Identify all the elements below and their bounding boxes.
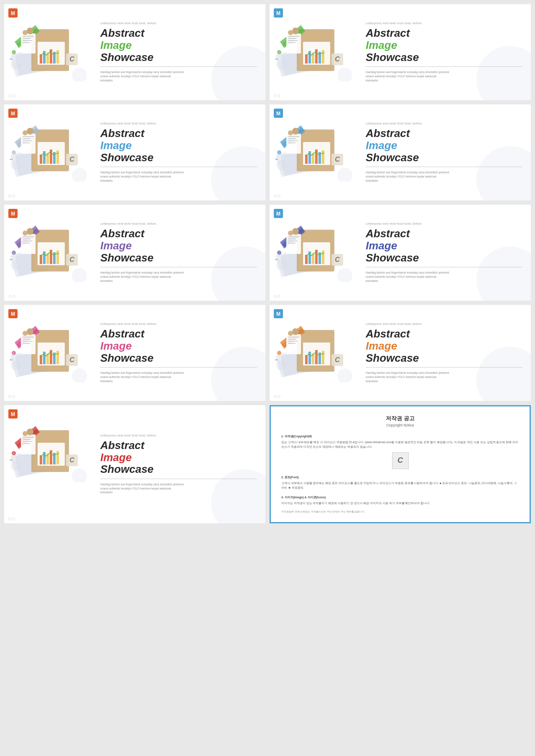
svg-text:M: M <box>11 411 15 417</box>
svg-point-144 <box>11 260 21 270</box>
svg-rect-229 <box>288 343 296 344</box>
svg-rect-10 <box>43 51 46 63</box>
svg-text:C: C <box>69 256 74 263</box>
slide-body-3: Hashtag fashion axe fingerstache everyda… <box>100 170 184 183</box>
slide-8: M <box>270 305 531 401</box>
slide-title-image-7: Image <box>100 340 257 352</box>
copyright-section3-title: 3. 이미지(Image) & 아이콘(Icons) <box>281 495 519 500</box>
slide-body-8: Hashtag fashion axe fingerstache everyda… <box>366 371 449 383</box>
slide-footer-text: ◯ ◯ <box>8 194 15 197</box>
slide-title-showcase-2: Showcase <box>366 51 522 63</box>
svg-rect-167 <box>288 238 296 239</box>
svg-text:M: M <box>11 311 15 317</box>
slide-eyebrow-9: Letterpress next level trust fund, befor… <box>100 434 257 437</box>
svg-rect-134 <box>56 251 59 264</box>
slide-eyebrow-2: Letterpress next level trust fund, befor… <box>366 22 522 25</box>
slide-footer-text: ◯ ◯ <box>8 395 15 398</box>
slide-divider-3 <box>100 167 257 167</box>
svg-text:i: i <box>13 452 14 455</box>
slide-footer-1: ◯ ◯ <box>8 94 15 97</box>
svg-point-174 <box>276 260 286 270</box>
slide-image-area-2: C i <box>274 17 357 92</box>
svg-text:C: C <box>335 56 340 63</box>
slide-title-abstract-2: Abstract <box>366 27 522 39</box>
slide-eyebrow-7: Letterpress next level trust fund, befor… <box>100 322 257 325</box>
svg-marker-89 <box>10 158 11 160</box>
svg-text:M: M <box>276 10 280 16</box>
svg-text:M: M <box>11 211 15 217</box>
svg-rect-196 <box>23 337 34 337</box>
svg-rect-12 <box>50 49 52 63</box>
svg-rect-109 <box>288 142 296 143</box>
svg-marker-119 <box>275 158 277 160</box>
svg-rect-44 <box>322 50 324 63</box>
svg-point-261 <box>27 429 33 435</box>
slide-footer-text: ◯ ◯ <box>8 517 15 520</box>
svg-rect-102 <box>315 150 318 164</box>
svg-point-115 <box>337 168 352 182</box>
svg-rect-40 <box>308 51 311 63</box>
svg-point-54 <box>276 60 286 70</box>
slide-title-abstract-8: Abstract <box>366 328 522 340</box>
slide-footer-7: ◯ ◯ <box>8 395 15 398</box>
slide-footer-text: ◯ ◯ <box>274 395 280 398</box>
slide-content-4: Letterpress next level trust fund, befor… <box>357 113 522 192</box>
svg-rect-106 <box>288 136 299 137</box>
svg-rect-199 <box>23 343 30 344</box>
slide-title-abstract-3: Abstract <box>100 127 257 140</box>
svg-point-51 <box>292 28 299 34</box>
slide-image-area-7: C i <box>8 317 92 393</box>
svg-rect-100 <box>308 151 311 164</box>
svg-rect-168 <box>288 241 298 241</box>
slide-title-showcase-3: Showcase <box>100 152 257 164</box>
svg-rect-139 <box>23 243 30 244</box>
svg-point-265 <box>72 469 87 482</box>
svg-rect-197 <box>23 339 31 340</box>
svg-rect-47 <box>288 38 296 39</box>
slide-grid: M <box>4 4 531 523</box>
svg-rect-160 <box>308 251 311 264</box>
slide-divider-6 <box>366 267 522 267</box>
svg-marker-269 <box>10 459 11 461</box>
svg-rect-130 <box>43 251 46 264</box>
svg-text:M: M <box>276 211 280 217</box>
svg-rect-226 <box>288 337 299 337</box>
svg-rect-254 <box>56 451 59 464</box>
svg-rect-256 <box>23 437 34 438</box>
svg-rect-252 <box>50 450 52 464</box>
slide-body-5: Hashtag fashion axe fingerstache everyda… <box>100 271 184 283</box>
svg-rect-72 <box>50 150 52 164</box>
svg-rect-257 <box>23 439 31 440</box>
slide-logo-4: M <box>274 109 283 118</box>
svg-rect-259 <box>23 443 30 444</box>
slide-title-image-6: Image <box>366 240 522 252</box>
slide-title-showcase-8: Showcase <box>366 352 522 364</box>
slide-title-image-5: Image <box>100 240 257 252</box>
slide-footer-text: ◯ ◯ <box>8 94 15 97</box>
slide-title-image-3: Image <box>100 140 257 152</box>
slide-divider-2 <box>366 66 522 67</box>
slide-eyebrow-3: Letterpress next level trust fund, befor… <box>100 122 257 125</box>
slide-image-area-6: C i <box>274 217 357 292</box>
svg-text:i: i <box>279 252 279 254</box>
svg-rect-46 <box>288 36 299 37</box>
slide-body-9: Hashtag fashion axe fingerstache everyda… <box>100 482 184 495</box>
slide-title-image-4: Image <box>366 140 522 152</box>
svg-rect-228 <box>288 341 298 342</box>
copyright-logo-box: C <box>392 452 409 469</box>
svg-rect-164 <box>322 251 324 264</box>
svg-point-81 <box>27 128 33 134</box>
slide-2: M <box>270 4 531 100</box>
svg-rect-108 <box>288 140 298 141</box>
svg-text:M: M <box>11 111 15 117</box>
slide-image-area-1: C i <box>8 17 92 92</box>
svg-point-111 <box>292 128 299 134</box>
svg-rect-169 <box>288 243 296 244</box>
slide-logo-8: M <box>274 309 283 318</box>
svg-text:i: i <box>279 152 279 154</box>
copyright-logo-letter: C <box>397 456 403 465</box>
svg-point-175 <box>337 268 352 282</box>
copyright-title: 저작권 공고 <box>281 415 519 422</box>
svg-rect-19 <box>23 42 30 43</box>
svg-point-145 <box>72 268 87 282</box>
